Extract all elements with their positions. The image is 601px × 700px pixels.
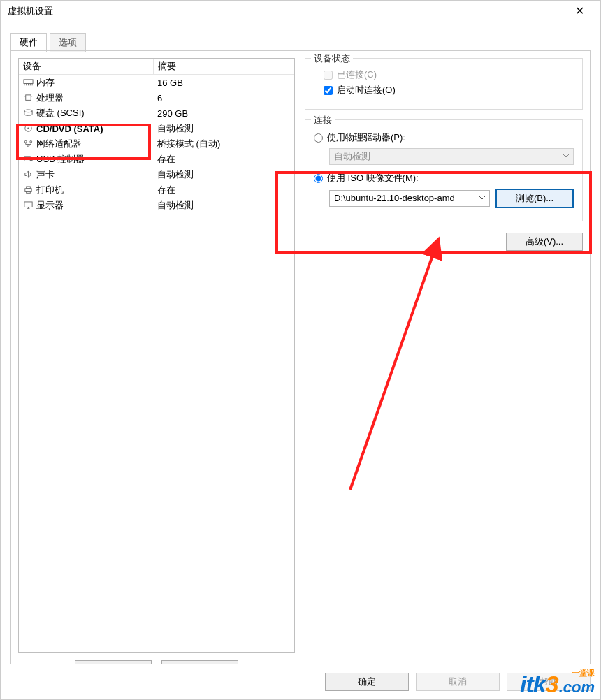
- svg-rect-6: [26, 94, 31, 100]
- watermark-logo: 一堂课 itk3.com: [520, 671, 595, 698]
- tab-panel-hardware: 设备 摘要 内存 16 GB 处理器 6 硬盘: [10, 50, 591, 693]
- close-button[interactable]: ✕: [565, 1, 593, 22]
- device-summary: 存在: [153, 184, 294, 196]
- iso-path-value: D:\ubuntu-21.10-desktop-amd: [334, 193, 455, 203]
- connected-label: 已连接(C): [337, 68, 377, 81]
- dialog-footer: 确定 取消 帮助: [1, 664, 600, 699]
- svg-rect-22: [24, 201, 32, 207]
- device-row-network[interactable]: 网络适配器 桥接模式 (自动): [19, 136, 294, 152]
- cancel-button: 取消: [416, 673, 500, 691]
- device-label: 声卡: [36, 168, 55, 181]
- device-summary: 290 GB: [153, 108, 294, 119]
- iso-select-row: D:\ubuntu-21.10-desktop-amd 浏览(B)...: [329, 189, 574, 208]
- connected-checkbox: [324, 71, 333, 80]
- watermark-sub: 一堂课: [572, 668, 595, 678]
- cd-icon: [23, 124, 34, 133]
- chevron-down-icon[interactable]: [478, 194, 486, 202]
- physical-drive-value: 自动检测: [334, 151, 370, 161]
- device-summary: 桥接模式 (自动): [153, 138, 294, 150]
- device-row-printer[interactable]: 打印机 存在: [19, 182, 294, 198]
- use-iso-row[interactable]: 使用 ISO 映像文件(M):: [314, 172, 574, 184]
- connected-checkbox-row: 已连接(C): [324, 68, 574, 81]
- device-row-disk[interactable]: 硬盘 (SCSI) 290 GB: [19, 105, 294, 121]
- tab-options[interactable]: 选项: [50, 33, 86, 52]
- connect-on-power-label: 启动时连接(O): [337, 84, 396, 96]
- svg-rect-17: [24, 156, 30, 161]
- disk-icon: [23, 109, 34, 118]
- printer-icon: [23, 186, 34, 195]
- net-icon: [23, 140, 34, 149]
- watermark-part1: itk: [520, 671, 546, 697]
- watermark-part3: .com: [559, 678, 595, 696]
- use-physical-drive-row[interactable]: 使用物理驱动器(P):: [314, 131, 574, 144]
- sound-icon: [23, 170, 34, 180]
- device-table-header: 设备 摘要: [19, 59, 294, 75]
- device-label: 显示器: [36, 199, 64, 212]
- device-status-title: 设备状态: [311, 52, 353, 65]
- dialog-body: 硬件 选项 设备 摘要 内存 16 GB: [1, 22, 600, 665]
- tab-strip: 硬件 选项: [10, 32, 591, 50]
- device-row-display[interactable]: 显示器 自动检测: [19, 198, 294, 213]
- device-details-pane: 设备状态 已连接(C) 启动时连接(O) 连接: [305, 58, 583, 685]
- memory-icon: [23, 78, 34, 87]
- connection-group: 连接 使用物理驱动器(P): 自动检测: [305, 119, 583, 221]
- device-row-cddvd[interactable]: CD/DVD (SATA) 自动检测: [19, 121, 294, 136]
- header-device: 设备: [19, 59, 154, 74]
- chevron-down-icon: [562, 152, 570, 160]
- device-summary: 自动检测: [153, 168, 294, 181]
- device-list-pane: 设备 摘要 内存 16 GB 处理器 6 硬盘: [18, 58, 295, 685]
- vm-settings-dialog: 虚拟机设置 ✕ 硬件 选项 设备 摘要 内存: [0, 0, 601, 700]
- advanced-button[interactable]: 高级(V)...: [506, 233, 583, 251]
- connection-title: 连接: [311, 114, 335, 126]
- window-title: 虚拟机设置: [8, 1, 53, 22]
- use-iso-label: 使用 ISO 映像文件(M):: [327, 172, 419, 184]
- physical-drive-select: 自动检测: [329, 148, 574, 165]
- svg-point-13: [27, 127, 29, 129]
- device-label: 网络适配器: [36, 138, 82, 150]
- device-summary: 自动检测: [153, 122, 294, 135]
- display-icon: [23, 201, 34, 210]
- ok-button[interactable]: 确定: [325, 673, 409, 691]
- usb-icon: [23, 155, 34, 164]
- device-status-group: 设备状态 已连接(C) 启动时连接(O): [305, 58, 583, 110]
- device-label: 硬盘 (SCSI): [36, 107, 85, 119]
- browse-button[interactable]: 浏览(B)...: [495, 189, 574, 208]
- titlebar: 虚拟机设置 ✕: [1, 1, 600, 22]
- watermark-part2: 3: [546, 671, 559, 697]
- device-row-sound[interactable]: 声卡 自动检测: [19, 167, 294, 182]
- device-label: 内存: [36, 76, 55, 89]
- device-row-cpu[interactable]: 处理器 6: [19, 90, 294, 105]
- device-row-usb[interactable]: USB 控制器 存在: [19, 152, 294, 167]
- use-physical-drive-radio[interactable]: [314, 133, 323, 143]
- tab-hardware[interactable]: 硬件: [10, 33, 47, 52]
- device-summary: 6: [153, 93, 294, 103]
- svg-point-11: [24, 109, 32, 112]
- svg-rect-20: [27, 186, 31, 188]
- connect-on-power-checkbox[interactable]: [324, 86, 333, 95]
- svg-rect-18: [30, 157, 32, 160]
- device-table: 设备 摘要 内存 16 GB 处理器 6 硬盘: [18, 58, 295, 653]
- physical-drive-select-row: 自动检测: [329, 148, 574, 165]
- advanced-row: 高级(V)...: [305, 233, 583, 251]
- device-label: 打印机: [36, 184, 64, 196]
- device-summary: 存在: [153, 153, 294, 166]
- device-row-memory[interactable]: 内存 16 GB: [19, 75, 294, 90]
- device-summary: 自动检测: [153, 199, 294, 212]
- device-label: USB 控制器: [36, 153, 85, 166]
- header-summary: 摘要: [154, 59, 294, 74]
- device-label: CD/DVD (SATA): [36, 124, 103, 134]
- use-iso-radio[interactable]: [314, 174, 323, 183]
- cpu-icon: [23, 94, 34, 103]
- use-physical-drive-label: 使用物理驱动器(P):: [327, 131, 405, 144]
- connect-on-power-row[interactable]: 启动时连接(O): [324, 84, 574, 96]
- svg-rect-0: [24, 79, 33, 83]
- device-label: 处理器: [36, 92, 64, 104]
- device-summary: 16 GB: [153, 78, 294, 88]
- iso-path-select[interactable]: D:\ubuntu-21.10-desktop-amd: [329, 190, 490, 207]
